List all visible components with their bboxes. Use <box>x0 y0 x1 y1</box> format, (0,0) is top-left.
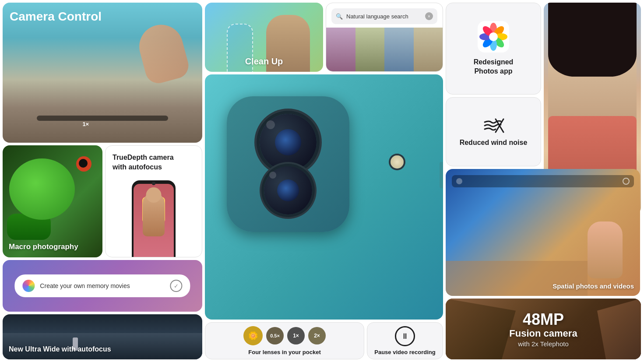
main-container: Camera Control 1× Clean Up 🔍 Natural lan… <box>0 0 644 362</box>
search-photos-grid <box>326 28 443 71</box>
frog-eye <box>76 156 91 172</box>
lens-2x-label: 2× <box>314 333 320 339</box>
truedepth-phone <box>132 180 176 257</box>
wind-noise-label: Reduced wind noise <box>460 139 528 147</box>
lens-2x-btn: 2× <box>308 327 326 344</box>
tile-spatial: Spatial photos and videos <box>446 169 640 296</box>
check-icon: ✓ <box>174 283 179 289</box>
macro-label: Macro photography <box>9 243 78 251</box>
memory-siri-icon <box>22 280 35 292</box>
photos-app-icon <box>478 21 509 53</box>
fusion-title-line2: Fusion camera <box>509 328 577 339</box>
tile-center-phone <box>205 74 443 320</box>
front-camera-dot <box>152 182 155 185</box>
truedepth-screen <box>134 184 174 257</box>
fusion-text-container: 48MP Fusion camera with 2x Telephoto <box>509 310 577 348</box>
camera-slider-bar <box>37 116 168 121</box>
lens-1x-btn: 1× <box>287 327 305 344</box>
tile-four-lenses: 🌼 0.5× 1× 2× Four lenses in your pocket <box>205 322 364 359</box>
truedepth-line2: with autofocus <box>113 163 162 171</box>
truedepth-line1: TrueDepth camera <box>113 154 174 161</box>
fusion-title-line1: 48MP <box>509 310 577 328</box>
side-button <box>440 162 443 188</box>
four-lenses-label: Four lenses in your pocket <box>248 349 320 355</box>
lens-inner-top <box>275 129 301 155</box>
photos-app-title-container: Redesigned Photos app <box>474 58 514 76</box>
memory-input-text: Create your own memory movies <box>40 282 165 289</box>
wind-noise-icon <box>482 117 504 134</box>
lens-glare-top <box>264 119 276 130</box>
photo-4 <box>414 28 443 71</box>
tile-cleanup: Clean Up <box>205 3 323 72</box>
spatial-ui-bar <box>452 175 634 187</box>
photos-app-title-line1: Redesigned <box>474 58 514 67</box>
lens-glare-bottom <box>269 172 276 179</box>
search-clear-btn[interactable]: × <box>425 12 433 20</box>
photo-2 <box>355 28 385 71</box>
spatial-person <box>588 221 623 278</box>
tile-fusion: 48MP Fusion camera with 2x Telephoto <box>446 299 641 359</box>
spatial-back-btn <box>456 178 462 184</box>
lens-1x-label: 1× <box>293 333 299 339</box>
tile-wind-noise: Reduced wind noise <box>446 97 541 166</box>
finger-silhouette <box>134 20 191 86</box>
camera-lens-top <box>260 114 317 171</box>
memory-check-btn[interactable]: ✓ <box>170 280 183 292</box>
search-bar[interactable]: 🔍 Natural language search × <box>331 8 437 24</box>
svg-point-9 <box>489 32 498 41</box>
tile-camera-control: Camera Control 1× <box>3 3 202 143</box>
spatial-architecture <box>446 261 588 296</box>
lens-inner-bottom <box>277 179 299 201</box>
spatial-label: Spatial photos and videos <box>553 282 634 290</box>
zoom-label: 1× <box>82 121 89 127</box>
pause-button[interactable]: ⏸ <box>395 326 415 346</box>
photo-1 <box>326 28 355 71</box>
camera-module <box>227 96 349 232</box>
pause-label: Pause video recording <box>374 349 435 355</box>
photo-3 <box>384 28 414 71</box>
tile-search: 🔍 Natural language search × <box>326 3 443 72</box>
lenses-buttons-row: 🌼 0.5× 1× 2× <box>243 326 326 345</box>
tile-pause-video: ⏸ Pause video recording <box>367 322 443 359</box>
photos-app-title-line2: Photos app <box>474 67 514 76</box>
tile-ultrawide: New Ultra Wide with autofocus <box>3 314 202 359</box>
tile-truedepth: TrueDepth camera with autofocus <box>105 145 202 257</box>
spatial-settings-btn <box>623 178 630 185</box>
tile-memory: Create your own memory movies ✓ <box>3 260 202 312</box>
frog-pupil <box>79 159 88 168</box>
lens-05x-btn: 0.5× <box>266 327 284 344</box>
cleanup-label: Clean Up <box>245 56 283 67</box>
ultrawide-label: New Ultra Wide with autofocus <box>9 345 111 353</box>
truedepth-title: TrueDepth camera with autofocus <box>113 153 174 172</box>
lens-macro-icon: 🌼 <box>248 331 258 341</box>
pause-icon: ⏸ <box>401 332 409 341</box>
camera-lens-bottom <box>264 166 312 214</box>
fusion-subtitle: with 2x Telephoto <box>509 340 577 348</box>
flash-module <box>391 155 404 169</box>
tile-macro: Macro photography <box>3 145 102 257</box>
truedepth-head <box>146 187 162 203</box>
search-input-text: Natural language search <box>346 13 422 20</box>
frog-body <box>9 158 75 220</box>
tile-photos-app: Redesigned Photos app <box>446 3 541 95</box>
search-icon: 🔍 <box>336 13 343 20</box>
memory-input-box: Create your own memory movies ✓ <box>14 274 190 297</box>
lens-macro-btn: 🌼 <box>243 326 263 345</box>
camera-control-title: Camera Control <box>10 10 102 24</box>
portrait-hair <box>548 3 637 77</box>
lens-05x-label: 0.5× <box>270 333 280 338</box>
